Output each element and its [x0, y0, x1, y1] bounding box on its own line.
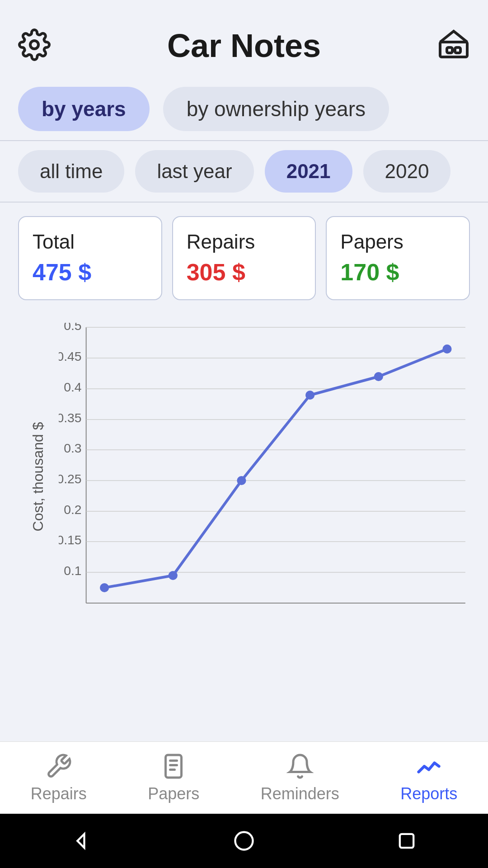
svg-point-27: [305, 391, 314, 400]
svg-point-35: [235, 832, 253, 850]
svg-point-25: [169, 571, 178, 580]
chart-container: Cost, thousand $ 0.5 0.45: [18, 323, 470, 630]
svg-marker-34: [77, 834, 84, 848]
filter-last-year[interactable]: last year: [135, 150, 253, 193]
total-value: 475 $: [33, 259, 148, 286]
home-button[interactable]: [232, 829, 256, 853]
bottom-nav: Repairs Papers Reminders Reports: [0, 741, 488, 814]
svg-rect-3: [455, 47, 460, 53]
svg-rect-2: [447, 47, 452, 53]
back-button[interactable]: [70, 829, 93, 853]
chart-area: 0.5 0.45 0.4 0.35 0.3 0.25 0.2 0.15 0.1: [59, 323, 470, 630]
stats-row: Total 475 $ Repairs 305 $ Papers 170 $: [0, 203, 488, 305]
chart-svg: 0.5 0.45 0.4 0.35 0.3 0.25 0.2 0.15 0.1: [59, 323, 470, 630]
nav-reminders-label: Reminders: [261, 784, 339, 803]
filter-all-time[interactable]: all time: [18, 150, 124, 193]
stat-card-repairs: Repairs 305 $: [172, 216, 316, 300]
filter-by-ownership-years[interactable]: by ownership years: [163, 87, 389, 131]
nav-papers-label: Papers: [148, 784, 199, 803]
repairs-label: Repairs: [187, 231, 302, 253]
stat-card-papers: Papers 170 $: [326, 216, 470, 300]
svg-text:0.25: 0.25: [59, 472, 82, 486]
car-garage-icon[interactable]: [437, 28, 470, 63]
svg-text:0.3: 0.3: [64, 441, 81, 455]
svg-text:0.2: 0.2: [64, 503, 81, 517]
svg-point-29: [442, 344, 451, 354]
nav-papers[interactable]: Papers: [148, 753, 199, 803]
svg-point-28: [374, 372, 383, 381]
svg-point-24: [100, 583, 109, 592]
svg-point-26: [237, 476, 246, 485]
svg-text:0.15: 0.15: [59, 533, 82, 547]
nav-reminders[interactable]: Reminders: [261, 753, 339, 803]
nav-reports[interactable]: Reports: [400, 753, 457, 803]
chart-y-axis-label: Cost, thousand $: [30, 422, 47, 531]
nav-reports-label: Reports: [400, 784, 457, 803]
svg-point-0: [30, 41, 38, 49]
filter-row-2: all time last year 2021 2020: [0, 141, 488, 202]
papers-value: 170 $: [340, 259, 455, 286]
gear-icon[interactable]: [18, 28, 51, 63]
svg-text:0.5: 0.5: [64, 323, 81, 333]
recents-button[interactable]: [395, 829, 418, 853]
svg-text:0.4: 0.4: [64, 380, 81, 394]
filter-2021[interactable]: 2021: [265, 150, 352, 193]
svg-text:0.1: 0.1: [64, 564, 81, 578]
nav-repairs-label: Repairs: [31, 784, 87, 803]
page-title: Car Notes: [167, 27, 321, 64]
svg-text:0.45: 0.45: [59, 349, 82, 363]
repairs-value: 305 $: [187, 259, 302, 286]
header: Car Notes: [0, 0, 488, 78]
svg-rect-36: [400, 834, 413, 848]
svg-text:0.35: 0.35: [59, 411, 82, 425]
stat-card-total: Total 475 $: [18, 216, 162, 300]
filter-2020[interactable]: 2020: [363, 150, 451, 193]
papers-label: Papers: [340, 231, 455, 253]
filter-by-years[interactable]: by years: [18, 87, 150, 131]
filter-row-1: by years by ownership years: [0, 78, 488, 140]
total-label: Total: [33, 231, 148, 253]
android-nav-bar: [0, 814, 488, 868]
nav-repairs[interactable]: Repairs: [31, 753, 87, 803]
